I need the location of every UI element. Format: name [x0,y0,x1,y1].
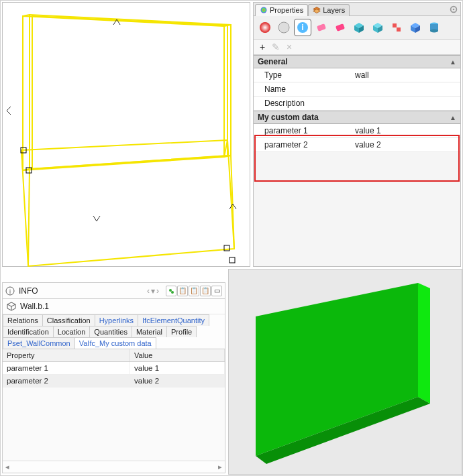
object-row[interactable]: Wall.b.1 [3,299,225,314]
layers-icon [313,6,321,14]
prop-row-param1[interactable]: parameter 1 value 1 [254,124,460,138]
color-sphere-icon[interactable] [256,19,274,36]
prop-value: value 1 [351,124,460,137]
cell-value: value 1 [130,362,225,374]
clipboard1-icon[interactable]: 📋 [177,286,188,296]
svg-line-11 [28,169,30,266]
section-custom-header[interactable]: My custom data ▲ [254,111,460,124]
section-general-header[interactable]: General ▲ [254,55,460,68]
section-general-title: General [258,57,288,66]
wall-wireframe [3,3,251,267]
svg-rect-26 [336,23,345,32]
info-tabs: Relations Classification Hyperlinks IfcE… [3,314,225,349]
clipboard3-icon[interactable]: 📋 [200,286,211,296]
table-row[interactable]: parameter 1 value 1 [3,362,225,375]
svg-marker-48 [418,283,430,404]
svg-marker-0 [23,16,224,170]
prop-key: parameter 2 [254,138,351,152]
link-icon[interactable] [166,286,176,296]
info-tab-ifcqty[interactable]: IfcElementQuantity [138,314,209,326]
info-clipicons: 📋 📋 📋 ▭ [166,286,222,296]
nav-dropdown-icon[interactable]: ▾ [151,286,155,296]
svg-text:i: i [9,288,11,295]
tab-properties-label: Properties [270,6,303,14]
info-tab-location[interactable]: Location [53,326,91,337]
info-table-header: Property Value [3,349,225,362]
svg-rect-25 [317,23,326,32]
info-tab-custom[interactable]: VaIfc_My custom data [74,337,156,349]
info-tab-psetwall[interactable]: Pset_WallCommon [3,337,75,349]
svg-point-40 [430,29,438,33]
svg-marker-45 [7,302,15,306]
svg-point-20 [453,8,455,10]
svg-marker-1 [30,15,231,169]
info-panel: i INFO ‹ ▾ › 📋 📋 📋 ▭ Wall.b.1 Relations … [2,282,225,473]
cell-value: value 2 [130,375,225,387]
eraser-pink-icon[interactable] [313,19,330,36]
object-name: Wall.b.1 [20,302,49,311]
info-tab-hyperlinks[interactable]: Hyperlinks [95,314,138,326]
info-tab-quantities[interactable]: Quantities [89,326,132,337]
info-tab-material[interactable]: Material [132,326,167,337]
wall-render [229,270,463,475]
prop-row-param2[interactable]: parameter 2 value 2 [254,138,460,152]
prop-key: Type [254,68,351,82]
shading-icon[interactable] [275,19,293,36]
cubes-red-icon[interactable] [388,19,405,36]
info-tab-identification[interactable]: Identification [3,326,54,337]
svg-marker-3 [32,16,227,169]
eraser-pink2-icon[interactable] [331,19,349,36]
info-tab-profile[interactable]: Profile [166,326,197,337]
table-row[interactable]: parameter 2 value 2 [3,375,225,388]
svg-marker-2 [21,140,234,266]
prop-row-description[interactable]: Description [254,97,460,111]
cube-cyan2-icon[interactable] [369,19,387,36]
col-property: Property [3,349,130,361]
cube-cyan-icon[interactable] [350,19,368,36]
section-custom-title: My custom data [258,113,319,122]
render-viewport[interactable] [228,269,462,475]
info-small-icon: i [5,286,15,296]
prop-value: value 2 [351,138,460,152]
svg-rect-34 [397,27,401,32]
clipboard2-icon[interactable]: 📋 [189,286,199,296]
panel-tabbar: Properties Layers [254,3,460,16]
nav-back-icon[interactable]: ‹ [147,286,150,296]
prop-row-type[interactable]: Type wall [254,68,460,82]
svg-rect-15 [229,257,235,263]
svg-point-44 [171,291,174,294]
col-value: Value [130,349,225,361]
prop-key: Description [254,97,351,110]
svg-point-22 [278,22,289,33]
table-empty-area [3,388,225,461]
svg-point-21 [260,22,270,33]
info-tab-relations[interactable]: Relations [3,314,43,326]
panel-gear-icon[interactable] [448,4,459,15]
svg-point-16 [261,7,267,13]
tab-layers-label: Layers [323,6,345,14]
cylinder-icon[interactable] [425,19,443,36]
info-nav: ‹ ▾ › [147,286,159,296]
info-title: INFO [19,286,38,296]
info-tab-classification[interactable]: Classification [42,314,95,326]
window-icon[interactable]: ▭ [211,286,222,296]
svg-point-43 [169,289,172,292]
add-button[interactable]: + [258,42,267,52]
prop-row-name[interactable]: Name [254,82,460,97]
prop-value [351,97,460,110]
footer-right-icon[interactable]: ▸ [218,463,222,471]
tab-properties[interactable]: Properties [255,4,308,16]
tab-layers[interactable]: Layers [308,4,350,16]
wireframe-viewport[interactable] [2,2,250,267]
footer-left-icon[interactable]: ◂ [5,463,9,471]
edit-button: ✎ [271,42,280,52]
prop-value [351,82,460,96]
nav-fwd-icon[interactable]: › [156,286,159,296]
collapse-caret-icon: ▲ [450,58,456,66]
svg-text:i: i [301,23,303,32]
info-icon[interactable]: i [294,19,311,36]
object-cube-icon [7,302,16,311]
cell-property: parameter 2 [3,375,130,387]
properties-panel: Properties Layers i + ✎ × [253,2,461,267]
cube-blue-icon[interactable] [407,19,424,36]
